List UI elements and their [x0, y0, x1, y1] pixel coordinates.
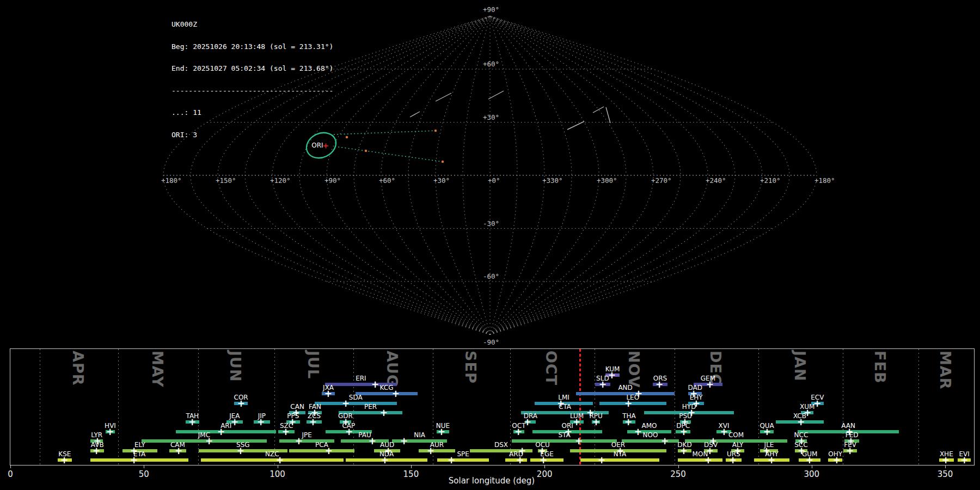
shower-label: DSX — [494, 442, 508, 448]
lon-label: +180° — [161, 176, 182, 185]
lon-label: +0° — [488, 176, 500, 185]
shower-bar-sta — [512, 439, 617, 443]
axis-tick — [144, 465, 144, 468]
begin-time-line: Beg: 20251026 20:13:48 (sol = 213.31°) — [171, 43, 333, 51]
shower-bar-noo — [622, 439, 679, 443]
axis-tick-label: 150 — [403, 469, 419, 479]
peak-marker: + — [130, 457, 138, 463]
peak-marker: + — [438, 429, 445, 434]
peak-marker: + — [392, 391, 400, 396]
lat-label: -60° — [483, 272, 499, 280]
peak-marker: + — [295, 438, 303, 444]
shower-label: KCG — [380, 384, 394, 391]
peak-marker: + — [599, 382, 607, 387]
peak-marker: + — [806, 457, 813, 463]
peak-marker: + — [381, 457, 389, 463]
trail-endpoint-dot — [442, 161, 444, 163]
sporadic-count-line: ...: 11 — [171, 109, 333, 117]
lat-label: -30° — [483, 219, 499, 228]
axis-tick-label: 0 — [8, 469, 13, 479]
peak-marker: + — [656, 382, 663, 387]
shower-label: JPE — [302, 432, 311, 438]
axis-tick — [10, 465, 11, 468]
lon-label: +300° — [597, 176, 617, 185]
peak-marker: + — [237, 448, 244, 454]
month-separator — [595, 349, 595, 465]
end-time-line: End: 20251027 05:02:34 (sol = 213.68°) — [171, 65, 333, 72]
shower-bar-aur — [419, 449, 455, 452]
shower-bar-leo — [599, 402, 666, 405]
peak-marker: + — [175, 448, 182, 454]
peak-marker: + — [325, 448, 333, 454]
peak-marker: + — [282, 429, 290, 434]
month-separator — [675, 349, 675, 465]
shower-label: STA — [558, 432, 570, 438]
meteor-streak — [606, 107, 610, 123]
shower-label: AMO — [641, 422, 657, 429]
trail-endpoint-dot — [434, 130, 437, 132]
peak-marker: + — [634, 429, 642, 434]
shower-bar-nta — [580, 458, 659, 462]
radiant-trail — [335, 146, 443, 162]
month-separator — [118, 349, 119, 465]
axis-tick-label: 250 — [670, 469, 686, 479]
axis-tick-label: 50 — [139, 469, 149, 479]
peak-marker: + — [720, 429, 728, 434]
lon-label: +240° — [706, 176, 726, 185]
peak-marker: + — [309, 419, 317, 425]
meteor-streak — [410, 112, 420, 117]
lon-label: +180° — [814, 176, 835, 185]
trail-endpoint-dot — [365, 150, 367, 152]
peak-marker: + — [205, 438, 213, 444]
peak-marker: + — [106, 429, 114, 434]
month-label: AUG — [384, 351, 401, 387]
peak-marker: + — [380, 410, 388, 415]
shower-label: ERI — [356, 375, 366, 382]
month-label: NOV — [626, 351, 642, 388]
shower-label: AND — [618, 384, 632, 391]
header-separator: -------------------------------------- — [171, 87, 333, 95]
peak-marker: + — [257, 419, 265, 425]
observation-header: UK000Z Beg: 20251026 20:13:48 (sol = 213… — [171, 6, 333, 153]
month-label: APR — [70, 351, 87, 385]
month-label: MAR — [937, 351, 954, 390]
peak-marker: + — [217, 429, 225, 434]
peak-marker: + — [540, 457, 547, 463]
axis-tick — [278, 465, 278, 468]
meteor-observation-screen: +180°+150°+120°+90°+60°+30°+0°+330°+300°… — [0, 0, 980, 490]
meteor-streak — [567, 121, 584, 130]
lat-label: +90° — [483, 5, 499, 14]
peak-marker: + — [661, 438, 669, 444]
shower-label: SDA — [349, 394, 363, 401]
shower-bar-mon — [678, 458, 722, 462]
peak-marker: + — [680, 448, 688, 454]
month-separator — [40, 349, 40, 465]
shower-label: PER — [364, 403, 377, 410]
sky-map: +180°+150°+120°+90°+60°+30°+0°+330°+300°… — [0, 0, 980, 347]
peak-marker: + — [680, 429, 688, 434]
peak-marker: + — [624, 401, 632, 406]
peak-marker: + — [833, 457, 841, 463]
lon-label: +270° — [651, 176, 672, 185]
axis-tick-label: 100 — [270, 469, 285, 479]
peak-marker: + — [516, 457, 524, 463]
peak-marker: + — [369, 438, 376, 444]
station-id: UK000Z — [171, 21, 333, 28]
month-separator — [843, 349, 843, 465]
month-separator — [274, 349, 275, 465]
shower-bar-and — [576, 392, 675, 395]
lat-label: +30° — [483, 113, 499, 121]
shower-bar-eta — [90, 458, 188, 462]
peak-marker: + — [427, 448, 434, 454]
axis-tick — [945, 465, 946, 468]
peak-marker: + — [942, 457, 950, 463]
peak-marker: + — [342, 401, 350, 406]
lon-label: +330° — [542, 176, 563, 185]
trail-endpoint-dot — [346, 136, 348, 138]
peak-marker: + — [705, 457, 712, 463]
month-label: FEB — [872, 351, 889, 383]
peak-marker: + — [706, 382, 714, 387]
lon-label: +90° — [324, 176, 341, 185]
peak-marker: + — [276, 457, 284, 463]
ori-count-line: ORI: 3 — [171, 131, 333, 139]
